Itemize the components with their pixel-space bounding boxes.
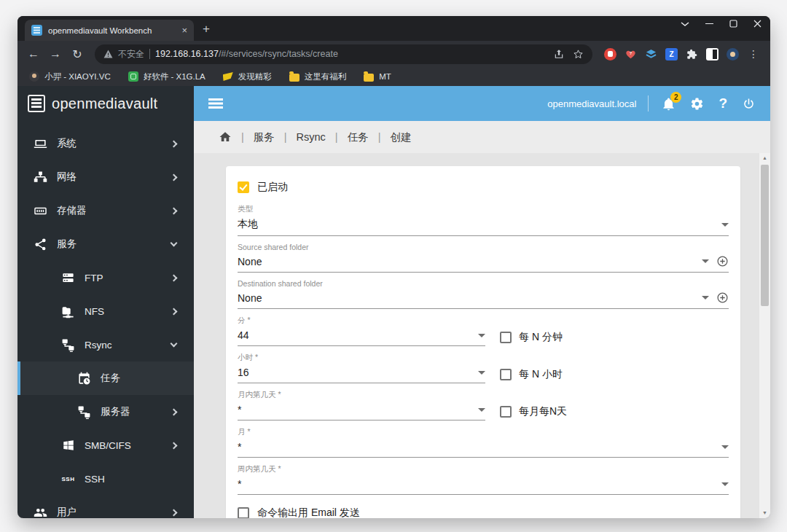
- security-label[interactable]: 不安全: [118, 48, 144, 60]
- sidebar-item-services[interactable]: 服务: [17, 227, 194, 261]
- url-text[interactable]: 192.168.16.137/#/services/rsync/tasks/cr…: [155, 49, 549, 59]
- hostname-label: openmediavault.local: [547, 98, 636, 109]
- dropdown-caret-icon[interactable]: [721, 482, 729, 486]
- enabled-checkbox-row[interactable]: 已启动: [238, 181, 729, 194]
- reload-button[interactable]: ↻: [68, 47, 86, 61]
- scroll-up-arrow[interactable]: ▲: [759, 153, 770, 163]
- layers-extension-icon[interactable]: [645, 48, 657, 60]
- notifications-bell-icon[interactable]: 2: [662, 97, 676, 111]
- dropdown-caret-icon[interactable]: [478, 408, 485, 412]
- every-n-minutes-checkbox-row[interactable]: 每 N 分钟: [500, 331, 563, 344]
- every-n-days-checkbox[interactable]: [500, 406, 512, 418]
- content-scrollbar[interactable]: ▲ ▼: [759, 153, 770, 518]
- extensions-puzzle-icon[interactable]: [686, 48, 698, 60]
- breadcrumb-item-services[interactable]: 服务: [254, 130, 275, 144]
- browser-menu-icon[interactable]: ⋮: [747, 48, 760, 60]
- sidebar-item-network[interactable]: 网络: [17, 160, 194, 194]
- dropdown-caret-icon[interactable]: [478, 371, 485, 375]
- bookmark-app-icon: [128, 71, 138, 82]
- omv-favicon-icon: [31, 25, 42, 36]
- month-select-field[interactable]: 月 * *: [238, 427, 729, 458]
- windows-icon: [61, 439, 75, 453]
- help-icon[interactable]: ?: [719, 95, 727, 112]
- dropdown-caret-icon[interactable]: [702, 296, 709, 300]
- dropdown-caret-icon[interactable]: [702, 259, 709, 263]
- add-shared-folder-icon[interactable]: [716, 255, 729, 267]
- minute-select-field[interactable]: 分 * 44: [238, 316, 485, 346]
- tab-close-icon[interactable]: ×: [181, 26, 187, 35]
- address-bar[interactable]: 不安全 192.168.16.137/#/services/rsync/task…: [95, 44, 592, 64]
- source-folder-select-field[interactable]: Source shared folder None: [238, 243, 729, 273]
- sidebar-item-ftp[interactable]: FTP: [17, 261, 194, 294]
- power-icon[interactable]: [742, 97, 756, 111]
- dropdown-caret-icon[interactable]: [721, 223, 729, 227]
- menu-hamburger-icon[interactable]: [208, 98, 223, 109]
- add-shared-folder-icon[interactable]: [716, 292, 729, 304]
- brand-logo[interactable]: openmediavault: [17, 86, 194, 121]
- share-icon[interactable]: [554, 49, 564, 59]
- every-n-hours-checkbox-row[interactable]: 每 N 小时: [500, 368, 563, 381]
- folder-icon: [289, 74, 299, 82]
- sidebar-item-users[interactable]: 用户: [17, 496, 194, 518]
- bookmark-item[interactable]: 发现精彩: [223, 71, 272, 82]
- dropdown-caret-icon[interactable]: [478, 334, 485, 337]
- window-menu-chevron-icon[interactable]: [681, 21, 689, 27]
- split-screen-extension-icon[interactable]: [706, 48, 719, 60]
- lan-icon: [77, 405, 91, 419]
- sidebar-item-ssh[interactable]: SSH SSH: [17, 462, 194, 496]
- breadcrumb-item-tasks[interactable]: 任务: [348, 130, 369, 144]
- bookmark-item[interactable]: 小羿 - XIAOYI.VC: [29, 71, 111, 82]
- extensions-row: ? Z ⋮: [601, 48, 763, 60]
- type-select-field[interactable]: 类型 本地: [238, 204, 729, 236]
- forward-button[interactable]: →: [47, 47, 64, 60]
- breadcrumb-item-create: 创建: [390, 130, 411, 144]
- every-n-hours-checkbox[interactable]: [500, 369, 512, 380]
- chevron-right-icon: [171, 274, 178, 281]
- chevron-down-icon: [171, 340, 178, 347]
- settings-gear-icon[interactable]: [690, 97, 704, 111]
- browser-tab[interactable]: openmediavault Workbench ×: [25, 20, 194, 41]
- sidebar-item-rsync[interactable]: Rsync: [17, 328, 194, 361]
- bookmark-folder[interactable]: 这里有福利: [289, 71, 347, 82]
- breadcrumb-item-rsync[interactable]: Rsync: [297, 131, 326, 143]
- scrollbar-thumb[interactable]: [761, 165, 769, 306]
- home-icon[interactable]: [219, 130, 232, 144]
- every-n-days-checkbox-row[interactable]: 每月每N天: [500, 405, 567, 418]
- window-close-button[interactable]: [753, 20, 761, 28]
- bookmark-star-icon[interactable]: [573, 49, 584, 60]
- email-output-checkbox-row[interactable]: 命令输出用 Email 发送: [238, 506, 729, 518]
- sidebar-item-storage[interactable]: 存储器: [17, 194, 194, 227]
- rsync-task-form: 已启动 类型 本地 Source shared folder None: [226, 166, 740, 518]
- profile-avatar[interactable]: [727, 48, 739, 60]
- sidebar-item-smb-cifs[interactable]: SMB/CIFS: [17, 429, 194, 462]
- openmediavault-app: openmediavault openmediavault.local 2 ?: [17, 86, 770, 518]
- day-of-week-select-field[interactable]: 周内第几天 * *: [238, 464, 729, 495]
- sidebar-item-tasks[interactable]: 任务: [17, 361, 194, 395]
- hour-select-field[interactable]: 小时 * 16: [238, 353, 485, 383]
- heart-extension-icon[interactable]: ?: [624, 48, 637, 60]
- email-output-checkbox[interactable]: [238, 507, 249, 518]
- bookmark-flag-icon: [223, 72, 233, 81]
- every-n-minutes-checkbox[interactable]: [500, 332, 512, 343]
- window-maximize-button[interactable]: [729, 20, 737, 28]
- blocker-extension-icon[interactable]: [604, 48, 616, 60]
- share-variant-icon: [34, 238, 47, 251]
- z-extension-icon[interactable]: Z: [665, 48, 678, 60]
- back-button[interactable]: ←: [25, 47, 42, 60]
- bookmark-item[interactable]: 好软件 - X1G.LA: [128, 71, 205, 82]
- new-tab-button[interactable]: +: [203, 22, 210, 36]
- bookmarks-bar: 小羿 - XIAOYI.VC 好软件 - X1G.LA 发现精彩 这里有福利 M…: [17, 67, 770, 86]
- scroll-down-arrow[interactable]: ▼: [759, 508, 770, 518]
- notification-badge: 2: [670, 92, 681, 103]
- dropdown-caret-icon[interactable]: [721, 445, 729, 449]
- destination-folder-select-field[interactable]: Destination shared folder None: [238, 279, 729, 309]
- brand-name: openmediavault: [52, 95, 157, 112]
- day-of-month-select-field[interactable]: 月内第几天 * *: [238, 390, 485, 420]
- sidebar-item-server[interactable]: 服务器: [17, 395, 194, 429]
- enabled-checkbox[interactable]: [238, 181, 249, 193]
- sidebar-item-system[interactable]: 系统: [17, 127, 194, 160]
- sidebar-item-nfs[interactable]: NFS: [17, 294, 194, 328]
- bookmark-folder[interactable]: MT: [364, 72, 391, 82]
- window-minimize-button[interactable]: [705, 20, 713, 28]
- chevron-right-icon: [171, 442, 178, 449]
